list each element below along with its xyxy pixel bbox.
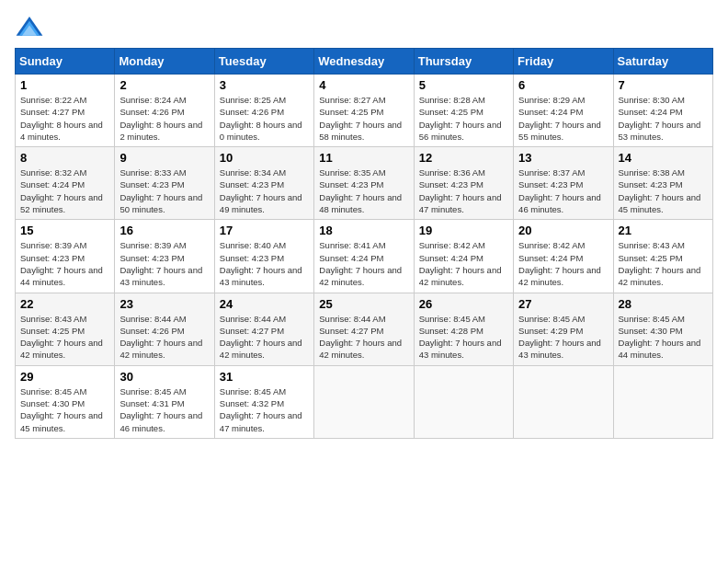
- day-info: Sunrise: 8:24 AMSunset: 4:26 PMDaylight:…: [119, 94, 209, 143]
- day-number: 9: [119, 151, 209, 165]
- day-info: Sunrise: 8:36 AMSunset: 4:23 PMDaylight:…: [419, 167, 508, 215]
- calendar-day-cell: 4 Sunrise: 8:27 AMSunset: 4:25 PMDayligh…: [314, 75, 414, 147]
- day-number: 17: [220, 224, 309, 237]
- calendar-day-cell: 22 Sunrise: 8:43 AMSunset: 4:25 PMDaylig…: [16, 293, 115, 365]
- calendar-day-cell: 15 Sunrise: 8:39 AMSunset: 4:23 PMDaylig…: [16, 220, 115, 293]
- weekday-header: Thursday: [414, 49, 513, 75]
- day-number: 24: [220, 297, 309, 311]
- calendar-day-cell: [514, 365, 613, 438]
- day-info: Sunrise: 8:45 AMSunset: 4:28 PMDaylight:…: [419, 313, 508, 362]
- calendar-day-cell: [613, 365, 712, 438]
- calendar-week-row: 22 Sunrise: 8:43 AMSunset: 4:25 PMDaylig…: [16, 293, 713, 365]
- day-number: 30: [119, 370, 209, 384]
- day-info: Sunrise: 8:30 AMSunset: 4:24 PMDaylight:…: [619, 94, 708, 143]
- calendar-day-cell: 26 Sunrise: 8:45 AMSunset: 4:28 PMDaylig…: [414, 293, 513, 365]
- day-info: Sunrise: 8:45 AMSunset: 4:29 PMDaylight:…: [518, 313, 608, 362]
- day-number: 16: [119, 224, 209, 237]
- day-number: 25: [319, 297, 408, 311]
- day-info: Sunrise: 8:42 AMSunset: 4:24 PMDaylight:…: [518, 239, 608, 288]
- calendar-day-cell: 1 Sunrise: 8:22 AMSunset: 4:27 PMDayligh…: [16, 75, 115, 147]
- calendar-day-cell: 18 Sunrise: 8:41 AMSunset: 4:24 PMDaylig…: [314, 220, 414, 293]
- day-number: 6: [518, 78, 608, 92]
- logo: [15, 15, 48, 40]
- day-number: 22: [20, 297, 109, 311]
- day-number: 2: [119, 78, 209, 92]
- day-info: Sunrise: 8:45 AMSunset: 4:30 PMDaylight:…: [20, 385, 109, 434]
- calendar-day-cell: 31 Sunrise: 8:45 AMSunset: 4:32 PMDaylig…: [214, 365, 313, 438]
- calendar-day-cell: 3 Sunrise: 8:25 AMSunset: 4:26 PMDayligh…: [214, 75, 313, 147]
- calendar-day-cell: 27 Sunrise: 8:45 AMSunset: 4:29 PMDaylig…: [514, 293, 613, 365]
- calendar-week-row: 29 Sunrise: 8:45 AMSunset: 4:30 PMDaylig…: [16, 365, 713, 438]
- calendar-day-cell: 30 Sunrise: 8:45 AMSunset: 4:31 PMDaylig…: [115, 365, 214, 438]
- day-number: 5: [419, 78, 508, 92]
- calendar-day-cell: 23 Sunrise: 8:44 AMSunset: 4:26 PMDaylig…: [115, 293, 214, 365]
- calendar-day-cell: [314, 365, 414, 438]
- page-header: [15, 15, 713, 40]
- calendar-day-cell: 21 Sunrise: 8:43 AMSunset: 4:25 PMDaylig…: [613, 220, 712, 293]
- day-number: 21: [619, 224, 708, 237]
- calendar-day-cell: 19 Sunrise: 8:42 AMSunset: 4:24 PMDaylig…: [414, 220, 513, 293]
- day-number: 27: [518, 297, 608, 311]
- calendar-day-cell: 6 Sunrise: 8:29 AMSunset: 4:24 PMDayligh…: [514, 75, 613, 147]
- calendar-day-cell: [414, 365, 513, 438]
- day-info: Sunrise: 8:44 AMSunset: 4:27 PMDaylight:…: [319, 313, 408, 362]
- day-number: 18: [319, 224, 408, 237]
- calendar-day-cell: 28 Sunrise: 8:45 AMSunset: 4:30 PMDaylig…: [613, 293, 712, 365]
- calendar-day-cell: 13 Sunrise: 8:37 AMSunset: 4:23 PMDaylig…: [514, 147, 613, 220]
- weekday-header: Friday: [514, 49, 613, 75]
- day-number: 23: [119, 297, 209, 311]
- day-info: Sunrise: 8:27 AMSunset: 4:25 PMDaylight:…: [319, 94, 408, 143]
- day-number: 29: [20, 370, 109, 384]
- day-info: Sunrise: 8:40 AMSunset: 4:23 PMDaylight:…: [220, 239, 309, 288]
- calendar-day-cell: 7 Sunrise: 8:30 AMSunset: 4:24 PMDayligh…: [613, 75, 712, 147]
- day-info: Sunrise: 8:41 AMSunset: 4:24 PMDaylight:…: [319, 239, 408, 288]
- calendar-day-cell: 24 Sunrise: 8:44 AMSunset: 4:27 PMDaylig…: [214, 293, 313, 365]
- weekday-header: Saturday: [613, 49, 712, 75]
- day-info: Sunrise: 8:44 AMSunset: 4:27 PMDaylight:…: [220, 313, 309, 362]
- calendar-day-cell: 29 Sunrise: 8:45 AMSunset: 4:30 PMDaylig…: [16, 365, 115, 438]
- day-info: Sunrise: 8:29 AMSunset: 4:24 PMDaylight:…: [518, 94, 608, 143]
- calendar-day-cell: 2 Sunrise: 8:24 AMSunset: 4:26 PMDayligh…: [115, 75, 214, 147]
- day-number: 1: [20, 78, 109, 92]
- calendar-day-cell: 25 Sunrise: 8:44 AMSunset: 4:27 PMDaylig…: [314, 293, 414, 365]
- day-info: Sunrise: 8:38 AMSunset: 4:23 PMDaylight:…: [619, 167, 708, 215]
- weekday-header: Tuesday: [214, 49, 313, 75]
- calendar-day-cell: 16 Sunrise: 8:39 AMSunset: 4:23 PMDaylig…: [115, 220, 214, 293]
- calendar-day-cell: 20 Sunrise: 8:42 AMSunset: 4:24 PMDaylig…: [514, 220, 613, 293]
- calendar-day-cell: 12 Sunrise: 8:36 AMSunset: 4:23 PMDaylig…: [414, 147, 513, 220]
- calendar-table: SundayMondayTuesdayWednesdayThursdayFrid…: [15, 48, 713, 439]
- day-info: Sunrise: 8:34 AMSunset: 4:23 PMDaylight:…: [220, 167, 309, 215]
- day-number: 4: [319, 78, 408, 92]
- day-number: 8: [20, 151, 109, 165]
- calendar-day-cell: 10 Sunrise: 8:34 AMSunset: 4:23 PMDaylig…: [214, 147, 313, 220]
- day-info: Sunrise: 8:32 AMSunset: 4:24 PMDaylight:…: [20, 167, 109, 215]
- day-info: Sunrise: 8:37 AMSunset: 4:23 PMDaylight:…: [518, 167, 608, 215]
- weekday-header: Sunday: [16, 49, 115, 75]
- day-info: Sunrise: 8:42 AMSunset: 4:24 PMDaylight:…: [419, 239, 508, 288]
- day-info: Sunrise: 8:45 AMSunset: 4:30 PMDaylight:…: [619, 313, 708, 362]
- day-info: Sunrise: 8:28 AMSunset: 4:25 PMDaylight:…: [419, 94, 508, 143]
- day-number: 7: [619, 78, 708, 92]
- day-number: 3: [220, 78, 309, 92]
- day-number: 26: [419, 297, 508, 311]
- day-number: 13: [518, 151, 608, 165]
- calendar-day-cell: 14 Sunrise: 8:38 AMSunset: 4:23 PMDaylig…: [613, 147, 712, 220]
- logo-icon: [15, 15, 44, 40]
- day-number: 12: [419, 151, 508, 165]
- day-info: Sunrise: 8:35 AMSunset: 4:23 PMDaylight:…: [319, 167, 408, 215]
- day-number: 10: [220, 151, 309, 165]
- day-info: Sunrise: 8:43 AMSunset: 4:25 PMDaylight:…: [619, 239, 708, 288]
- day-info: Sunrise: 8:43 AMSunset: 4:25 PMDaylight:…: [20, 313, 109, 362]
- day-info: Sunrise: 8:39 AMSunset: 4:23 PMDaylight:…: [20, 239, 109, 288]
- day-number: 19: [419, 224, 508, 237]
- calendar-day-cell: 11 Sunrise: 8:35 AMSunset: 4:23 PMDaylig…: [314, 147, 414, 220]
- day-number: 11: [319, 151, 408, 165]
- day-info: Sunrise: 8:33 AMSunset: 4:23 PMDaylight:…: [119, 167, 209, 215]
- day-info: Sunrise: 8:45 AMSunset: 4:31 PMDaylight:…: [119, 385, 209, 434]
- calendar-day-cell: 17 Sunrise: 8:40 AMSunset: 4:23 PMDaylig…: [214, 220, 313, 293]
- day-number: 31: [220, 370, 309, 384]
- calendar-day-cell: 5 Sunrise: 8:28 AMSunset: 4:25 PMDayligh…: [414, 75, 513, 147]
- day-info: Sunrise: 8:45 AMSunset: 4:32 PMDaylight:…: [220, 385, 309, 434]
- weekday-header: Monday: [115, 49, 214, 75]
- day-number: 20: [518, 224, 608, 237]
